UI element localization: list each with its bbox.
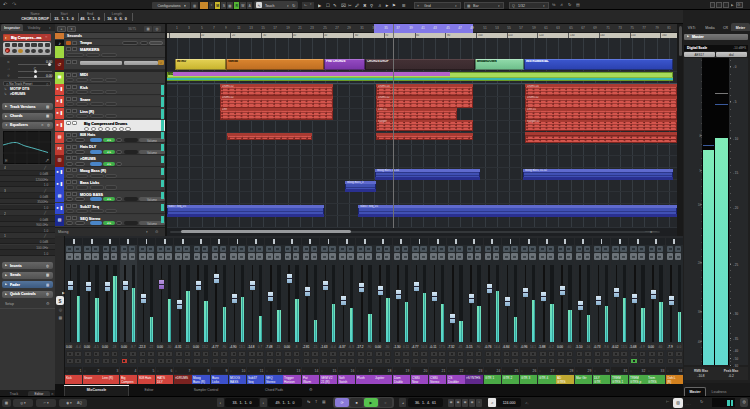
svg-text:↗: ↗: [45, 157, 49, 163]
svg-text:E: E: [5, 158, 8, 163]
